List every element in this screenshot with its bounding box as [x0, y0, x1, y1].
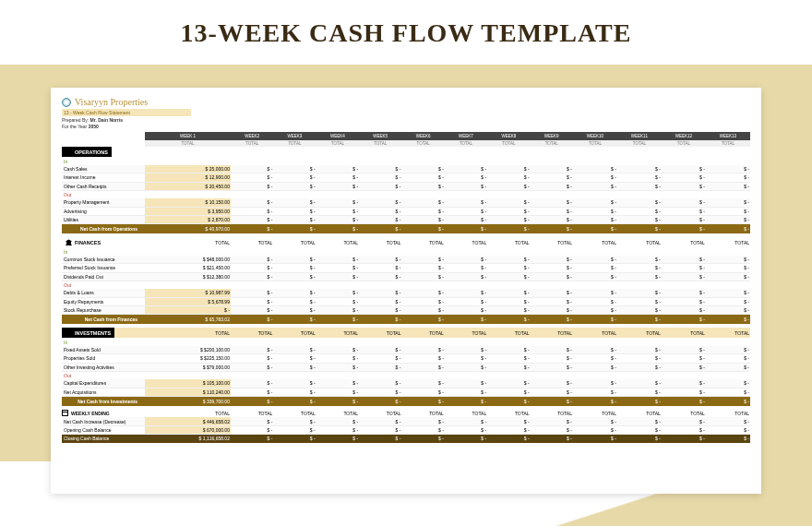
table-row: Opening Cash Balance$ 670,000.00$ -$ -$ … [62, 425, 750, 434]
calendar-icon [62, 410, 68, 416]
table-row: Cash Sales$ 25,000.00$ -$ -$ -$ -$ -$ -$… [62, 165, 750, 173]
table-row: Other Investing Activities$ $79,000.00$ … [62, 363, 750, 371]
out-label: Out [62, 190, 145, 198]
bank-icon [66, 239, 72, 245]
operations-net-row: Net Cash from Operations$ 40,970.00$ -$ … [62, 224, 750, 234]
investments-icon [66, 329, 72, 336]
cashflow-table: WEEK 1WEEK2WEEK3WEEK4WEEK5WEEK6WEEK7WEEK… [62, 132, 750, 443]
table-row: Preferred Stock Issuance$ $21,450.00$ -$… [62, 264, 750, 272]
in-label: In [62, 157, 145, 164]
table-row: Common Stock Issuance$ $48,000.00$ -$ -$… [62, 256, 750, 264]
spreadsheet: Visaryyn Properties 13 - Week Cash Flow … [51, 88, 761, 494]
company-name: Visaryyn Properties [75, 97, 148, 107]
table-row: Capital Expenditures$ 105,100.00$ -$ -$ … [62, 379, 750, 388]
doc-subtitle: 13 - Week Cash Flow Statement [62, 109, 191, 116]
table-row: Advertising$ 3,950.00$ -$ -$ -$ -$ -$ -$… [62, 207, 750, 215]
closing-balance-row: Closing Cash Balance$ 1,116,658.02$ -$ -… [62, 435, 750, 443]
table-row: Other Cash Receipts$ 20,450.00$ -$ -$ -$… [62, 182, 750, 190]
table-row: Dividends Paid Out$ $12,380.00$ -$ -$ -$… [62, 272, 750, 281]
table-row: Net Cash Increase (Decrease)$ 446,658.02… [62, 417, 750, 425]
company-header: Visaryyn Properties [62, 97, 750, 107]
weekly-ending-header: WEEKLY ENDING TOTALTOTALTOTALTOTALTOTALT… [62, 410, 750, 417]
table-row: Equity Repayments$ 5,678.99$ -$ -$ -$ -$… [62, 297, 750, 305]
table-row: Property Management$ 10,150.00$ -$ -$ -$… [62, 198, 750, 207]
table-row: Net Acquisitions$ 110,240.00$ -$ -$ -$ -… [62, 388, 750, 396]
table-row: Interest Income$ 12,900.00$ -$ -$ -$ -$ … [62, 173, 750, 182]
operations-header: OPERATIONS [62, 147, 750, 157]
year-row: For the Year 2050 [62, 124, 750, 129]
operations-icon [66, 149, 72, 155]
week-header-row: WEEK 1WEEK2WEEK3WEEK4WEEK5WEEK6WEEK7WEEK… [62, 132, 750, 140]
finances-net-row: Net Cash from Finances$ 65,783.02$ -$ -$… [62, 315, 750, 325]
investments-header: INVESTMENTS TOTALTOTALTOTALTOTALTOTALTOT… [62, 328, 750, 338]
prepared-by-row: Prepared By: Mr. Dain Norris [62, 117, 750, 123]
table-row: Properties Sold$ $225,150.00$ -$ -$ -$ -… [62, 354, 750, 363]
investments-net-row: Net Cash from Investments$ 339,700.00$ -… [62, 397, 750, 407]
table-row: Fixed Assets Sold$ $200,100.00$ -$ -$ -$… [62, 346, 750, 354]
finances-header: FINANCES TOTALTOTALTOTALTOTALTOTALTOTALT… [62, 237, 750, 247]
page-title: 13-WEEK CASH FLOW TEMPLATE [0, 0, 812, 62]
total-label-row: TOTALTOTALTOTALTOTALTOTALTOTALTOTALTOTAL… [62, 140, 750, 147]
company-logo-icon [62, 98, 71, 107]
table-row: Debts & Loans$ 10,987.99$ -$ -$ -$ -$ -$… [62, 289, 750, 297]
table-row: Stock Repurchase$ -$ -$ -$ -$ -$ -$ -$ -… [62, 306, 750, 315]
table-row: Utilities$ 2,870.00$ -$ -$ -$ -$ -$ -$ -… [62, 216, 750, 224]
